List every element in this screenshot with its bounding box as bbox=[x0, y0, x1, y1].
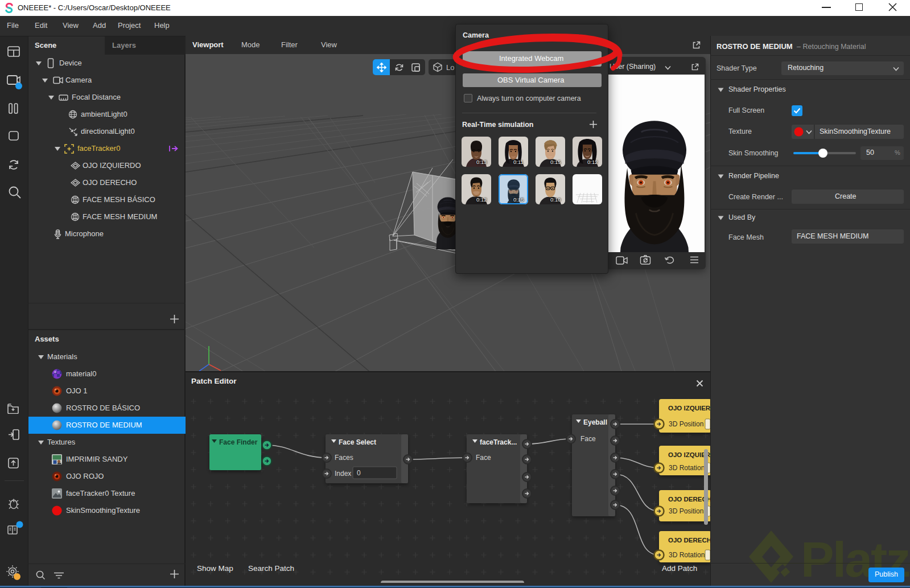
svg-text:Eyeball: Eyeball bbox=[583, 418, 607, 426]
svg-text:3D Rotation: 3D Rotation bbox=[669, 551, 705, 559]
svg-text:OJO DERECHO: OJO DERECHO bbox=[668, 537, 710, 544]
svg-text:3D Position: 3D Position bbox=[669, 420, 703, 428]
svg-text:Face: Face bbox=[476, 454, 491, 462]
svg-text:Face Select: Face Select bbox=[339, 438, 376, 446]
svg-text:3D Rotation: 3D Rotation bbox=[669, 464, 705, 472]
svg-text:OJO IZQUIER: OJO IZQUIER bbox=[668, 451, 710, 458]
svg-text:OJO IZQUIERD: OJO IZQUIERD bbox=[668, 405, 710, 412]
svg-text:Index: Index bbox=[335, 470, 351, 478]
svg-text:Face Finder: Face Finder bbox=[219, 438, 258, 446]
svg-text:Face: Face bbox=[580, 435, 596, 443]
svg-text:Faces: Faces bbox=[335, 454, 353, 462]
svg-text:OJO DERECH: OJO DERECH bbox=[668, 496, 710, 503]
svg-text:faceTrack...: faceTrack... bbox=[480, 438, 517, 446]
svg-text:0: 0 bbox=[357, 469, 361, 477]
svg-text:3D Position: 3D Position bbox=[669, 507, 703, 515]
